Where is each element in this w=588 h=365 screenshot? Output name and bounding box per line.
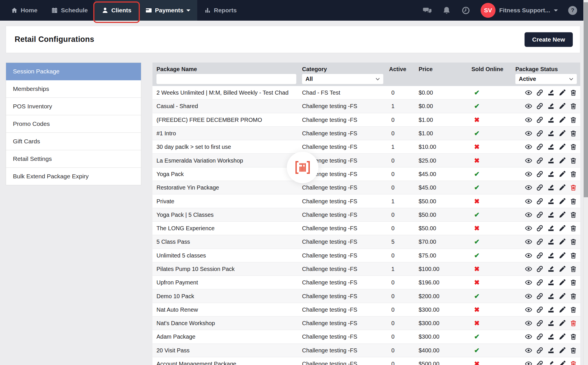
sell-pos-icon[interactable] [547,211,555,218]
edit-pencil-icon[interactable] [558,360,566,365]
edit-pencil-icon[interactable] [558,225,566,232]
edit-pencil-icon[interactable] [558,333,566,340]
delete-trash-icon[interactable] [570,116,577,124]
link-icon[interactable] [536,265,543,273]
delete-trash-icon[interactable] [570,184,577,191]
view-eye-icon[interactable] [525,319,532,327]
link-icon[interactable] [536,211,543,218]
sidebar-item-session-package[interactable]: Session Package [6,63,141,80]
view-eye-icon[interactable] [525,306,532,313]
category-filter-select[interactable]: All [302,74,383,84]
view-eye-icon[interactable] [525,102,532,110]
nav-item-reports[interactable]: Reports [197,0,243,21]
sidebar-item-memberships[interactable]: Memberships [6,80,141,98]
link-icon[interactable] [536,143,543,151]
sell-pos-icon[interactable] [547,238,555,245]
delete-trash-icon[interactable] [570,306,577,313]
edit-pencil-icon[interactable] [558,211,566,218]
delete-trash-icon[interactable] [570,238,577,245]
sidebar-item-gift-cards[interactable]: Gift Cards [6,133,141,150]
view-eye-icon[interactable] [525,116,532,124]
sell-pos-icon[interactable] [547,89,555,96]
bell-icon[interactable] [442,6,451,15]
link-icon[interactable] [536,347,543,354]
view-eye-icon[interactable] [525,347,532,354]
nav-item-clients[interactable]: Clients [95,0,138,21]
edit-pencil-icon[interactable] [558,143,566,151]
delete-trash-icon[interactable] [570,319,577,327]
edit-pencil-icon[interactable] [558,157,566,164]
scrollbar-track[interactable] [583,0,588,365]
scrollbar-thumb[interactable] [584,2,588,197]
link-icon[interactable] [536,360,543,365]
view-eye-icon[interactable] [525,265,532,273]
link-icon[interactable] [536,130,543,137]
delete-trash-icon[interactable] [570,333,577,340]
delete-trash-icon[interactable] [570,130,577,137]
sell-pos-icon[interactable] [547,347,555,354]
help-icon[interactable]: ? [568,6,577,15]
nav-item-schedule[interactable]: Schedule [44,0,94,21]
link-icon[interactable] [536,306,543,313]
sidebar-item-pos-inventory[interactable]: POS Inventory [6,98,141,115]
sell-pos-icon[interactable] [547,225,555,232]
view-eye-icon[interactable] [525,198,532,205]
delete-trash-icon[interactable] [570,292,577,300]
edit-pencil-icon[interactable] [558,89,566,96]
sidebar-item-retail-settings[interactable]: Retail Settings [6,150,141,168]
delete-trash-icon[interactable] [570,170,577,178]
delete-trash-icon[interactable] [570,360,577,365]
view-eye-icon[interactable] [525,333,532,340]
nav-item-home[interactable]: Home [4,0,44,21]
view-eye-icon[interactable] [525,89,532,96]
package-status-filter-select[interactable]: Active [515,74,577,84]
sell-pos-icon[interactable] [547,170,555,178]
delete-trash-icon[interactable] [570,143,577,151]
link-icon[interactable] [536,292,543,300]
clock-icon[interactable] [461,6,470,15]
delete-trash-icon[interactable] [570,102,577,110]
sell-pos-icon[interactable] [547,143,555,151]
delete-trash-icon[interactable] [570,157,577,164]
view-eye-icon[interactable] [525,211,532,218]
link-icon[interactable] [536,252,543,259]
view-eye-icon[interactable] [525,360,532,365]
create-new-button[interactable]: Create New [525,32,573,47]
package-name-filter-input[interactable] [156,74,296,84]
view-eye-icon[interactable] [525,143,532,151]
delete-trash-icon[interactable] [570,225,577,232]
edit-pencil-icon[interactable] [558,265,566,273]
sell-pos-icon[interactable] [547,306,555,313]
sell-pos-icon[interactable] [547,360,555,365]
view-eye-icon[interactable] [525,130,532,137]
view-eye-icon[interactable] [525,238,532,245]
sell-pos-icon[interactable] [547,116,555,124]
edit-pencil-icon[interactable] [558,184,566,191]
chat-icon[interactable] [423,6,432,15]
sell-pos-icon[interactable] [547,130,555,137]
avatar[interactable]: SV [481,3,496,18]
edit-pencil-icon[interactable] [558,319,566,327]
delete-trash-icon[interactable] [570,198,577,205]
edit-pencil-icon[interactable] [558,306,566,313]
delete-trash-icon[interactable] [570,279,577,286]
sell-pos-icon[interactable] [547,102,555,110]
view-eye-icon[interactable] [525,157,532,164]
link-icon[interactable] [536,184,543,191]
sidebar-item-bulk-extend-package-expiry[interactable]: Bulk Extend Package Expiry [6,168,141,185]
sell-pos-icon[interactable] [547,279,555,286]
edit-pencil-icon[interactable] [558,238,566,245]
sidebar-item-promo-codes[interactable]: Promo Codes [6,115,141,133]
sell-pos-icon[interactable] [547,292,555,300]
view-eye-icon[interactable] [525,292,532,300]
sell-pos-icon[interactable] [547,157,555,164]
sell-pos-icon[interactable] [547,184,555,191]
edit-pencil-icon[interactable] [558,347,566,354]
view-eye-icon[interactable] [525,225,532,232]
delete-trash-icon[interactable] [570,252,577,259]
edit-pencil-icon[interactable] [558,102,566,110]
edit-pencil-icon[interactable] [558,130,566,137]
link-icon[interactable] [536,225,543,232]
edit-pencil-icon[interactable] [558,279,566,286]
delete-trash-icon[interactable] [570,211,577,218]
